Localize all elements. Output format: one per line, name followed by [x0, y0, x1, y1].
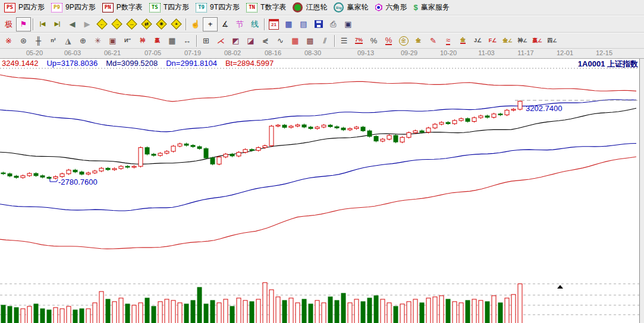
xian-tool-icon[interactable]: 线	[247, 17, 262, 31]
abacus-icon[interactable]: ▦	[281, 17, 296, 31]
gann-wheel-icon[interactable]: ⊛	[16, 34, 31, 48]
notepad-icon[interactable]: ▤	[296, 17, 311, 31]
menu-item-big[interactable]: Big赢家轮	[331, 1, 372, 14]
gann-square-icon[interactable]: ▣	[105, 34, 120, 48]
crosshair-icon[interactable]: +	[203, 17, 218, 31]
toolbar-gann-tools: ※⊛╫n²◮⊕✳▣И″神赢▦↔⊞⋌◩◪⋞∿▦▩⫽☰7%%%金金✎≈金J∠F∠金∠…	[0, 33, 644, 49]
ying-angle-icon[interactable]: 赢∠	[530, 34, 545, 48]
levels-icon[interactable]: ☰	[337, 34, 351, 48]
gann-square-icon-glyph: ▣	[109, 37, 116, 45]
spider-web-icon[interactable]: ✳	[90, 34, 105, 48]
flag-icon-glyph: ⚑	[20, 20, 27, 28]
tools-icon[interactable]: ※	[1, 34, 16, 48]
fan-square2-icon[interactable]: ◪	[243, 34, 258, 48]
red-fan-icon[interactable]: ⋌	[213, 34, 228, 48]
diamond-star-icon[interactable]: ✳	[154, 17, 169, 31]
levels-icon-glyph: ☰	[341, 37, 348, 45]
angle-measure-icon-glyph: ∡	[222, 20, 229, 28]
fan-a-icon[interactable]: ◮	[61, 34, 76, 48]
send-icon[interactable]: ▣	[341, 17, 356, 31]
menu-item-tn[interactable]: TNT数字表	[244, 1, 290, 14]
menu-item-$[interactable]: $赢家服务	[411, 1, 453, 14]
shen-ruler-icon[interactable]: 神	[135, 34, 150, 48]
n-square-icon-glyph: n²	[51, 38, 56, 43]
go-first-icon[interactable]: |◀	[35, 17, 50, 31]
brush-icon[interactable]: ✎	[426, 34, 441, 48]
shen-ruler-icon-glyph: 神	[140, 38, 145, 43]
wave-channel-icon[interactable]: ≈	[441, 34, 455, 48]
print-icon[interactable]: ⎙	[326, 17, 341, 31]
n-square-icon[interactable]: n²	[46, 34, 61, 48]
box-tool-icon[interactable]: ⊞	[199, 34, 213, 48]
menu-item-pn[interactable]: PNP数字表	[100, 1, 147, 14]
step-back-icon[interactable]: ◀	[65, 17, 80, 31]
red-grid-icon[interactable]: ▦	[288, 34, 303, 48]
x-axis-label: 10-20	[440, 49, 457, 56]
status-value-0: 3249.1442	[2, 59, 38, 68]
parallel-lines-icon[interactable]: ⫽	[318, 34, 332, 48]
ying-ruler-icon[interactable]: 赢	[150, 34, 165, 48]
step-forward-icon-glyph: ▶	[84, 20, 90, 28]
percent-icon[interactable]: %	[366, 34, 381, 48]
diamond-swap-icon[interactable]: ⇄	[139, 17, 154, 31]
gold-angle-icon[interactable]: 金∠	[500, 34, 515, 48]
menu-item-p9[interactable]: P99P四方形	[49, 1, 100, 14]
spider-web-icon-glyph: ✳	[95, 37, 101, 45]
calendar-icon[interactable]: 21	[266, 17, 281, 31]
menu-item-wheel[interactable]: 江恩轮	[290, 1, 331, 14]
diamond-cross-icon[interactable]: +	[169, 17, 184, 31]
app-logo-icon[interactable]: 极	[1, 17, 16, 31]
diamond-hmove-icon[interactable]: ↔	[124, 17, 139, 31]
menu-item-ts[interactable]: TST四方形	[147, 1, 193, 14]
hand-icon[interactable]: ☝	[188, 17, 203, 31]
four-angle-icon[interactable]: 四∠	[545, 34, 560, 48]
x-axis-label: 11-03	[478, 49, 494, 56]
gold-underline-icon[interactable]: 金	[455, 34, 470, 48]
width-measure-icon[interactable]: ↔	[180, 34, 194, 48]
status-value-4: Bt=2894.5997	[225, 59, 274, 68]
fan-square-icon[interactable]: ◩	[228, 34, 243, 48]
ticker-name: 上证指数	[607, 59, 638, 68]
j-angle-icon[interactable]: J∠	[470, 34, 485, 48]
step-forward-icon[interactable]: ▶	[80, 17, 95, 31]
fan-square-icon-glyph: ◩	[232, 37, 239, 45]
date-axis: 05-2006-0306-2107-0507-1908-0208-1608-30…	[0, 49, 644, 59]
gold-levels-icon[interactable]: 金	[411, 34, 426, 48]
toolbar-separator	[196, 35, 197, 47]
save-icon[interactable]	[311, 17, 326, 31]
app-logo-icon-glyph: 极	[5, 20, 12, 28]
chart-canvas[interactable]: -2780.76003202.7400	[0, 59, 644, 323]
f-angle-icon[interactable]: F∠	[485, 34, 500, 48]
ruler-ticks-icon[interactable]: ╫	[31, 34, 46, 48]
gold-circle-icon-glyph: 金	[399, 36, 409, 46]
menu-item-ps[interactable]: PSP四方形	[2, 1, 49, 14]
diamond-left-icon[interactable]: ←	[95, 17, 109, 31]
zigzag-icon[interactable]: ∿	[273, 34, 288, 48]
ticker-symbol: 1A0001	[578, 59, 605, 68]
x-axis-label: 12-01	[557, 49, 573, 56]
menu-icon-9: $	[413, 3, 417, 12]
gold-circle-icon[interactable]: 金	[396, 34, 411, 48]
shen-angle-icon[interactable]: 神∠	[515, 34, 530, 48]
flag-icon[interactable]: ⚑	[16, 17, 31, 31]
menu-item-t9[interactable]: T99T四方形	[193, 1, 244, 14]
gold-underline-icon-glyph: 金	[460, 37, 466, 44]
save-icon-glyph	[315, 20, 323, 28]
jie-tool-icon[interactable]: 节	[233, 17, 247, 31]
jie-tool-icon-glyph: 节	[236, 20, 244, 28]
wave-count-icon[interactable]: И″	[120, 34, 135, 48]
angle-measure-icon[interactable]: ∡	[218, 17, 233, 31]
gann-circle-icon[interactable]: ⊕	[76, 34, 90, 48]
diamond-left-icon-glyph: ←	[97, 19, 107, 29]
toolbar-separator	[186, 18, 186, 30]
menu-icon-0: PS	[4, 3, 15, 12]
percent7-icon[interactable]: 7%	[351, 34, 366, 48]
diamond-right-icon[interactable]: →	[109, 17, 124, 31]
grid-cross-icon[interactable]: ▩	[303, 34, 318, 48]
percent-line-icon[interactable]: %	[381, 34, 396, 48]
menu-item-hex[interactable]: 六角形	[372, 1, 411, 14]
ruler-123-icon[interactable]: ▦	[165, 34, 180, 48]
width-measure-icon-glyph: ↔	[183, 37, 191, 45]
angle-lines-icon[interactable]: ⋞	[258, 34, 273, 48]
go-last-icon[interactable]: ▶|	[50, 17, 65, 31]
